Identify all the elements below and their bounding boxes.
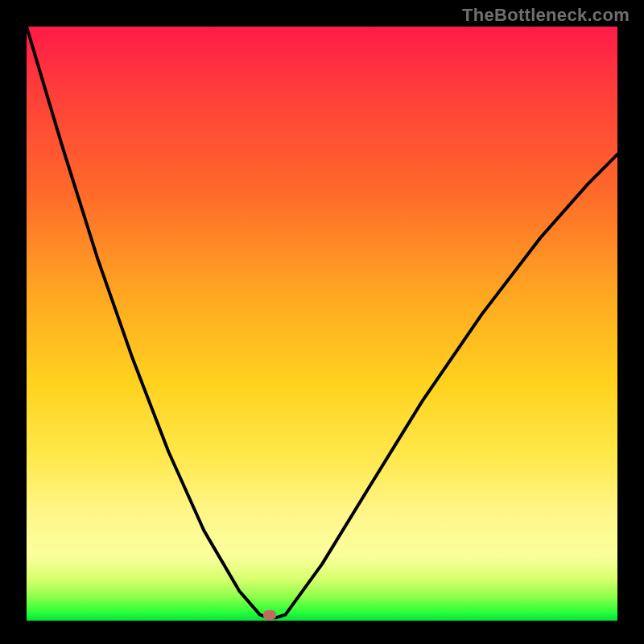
v-curve [27,27,617,621]
curve-path [27,27,617,617]
plot-area [27,27,617,621]
watermark-text: TheBottleneck.com [462,5,630,26]
chart-frame: TheBottleneck.com [0,0,644,644]
minimum-marker [263,610,276,620]
